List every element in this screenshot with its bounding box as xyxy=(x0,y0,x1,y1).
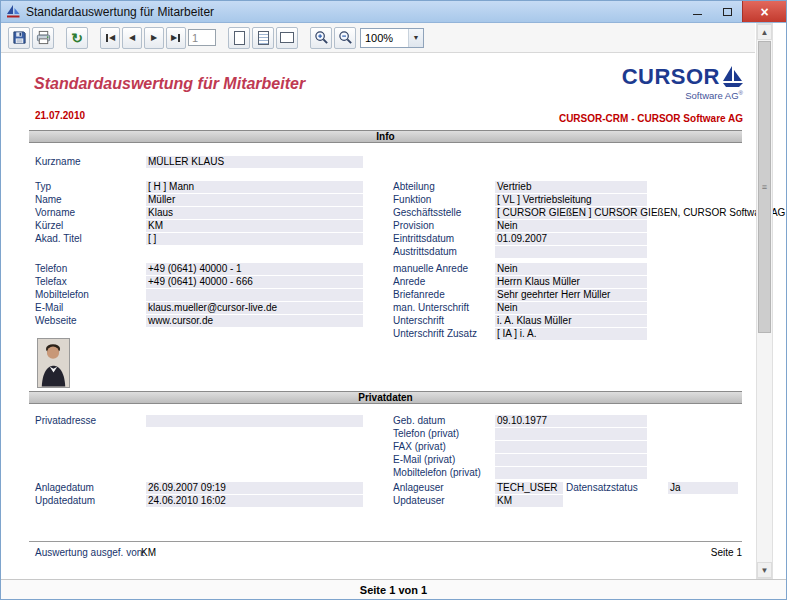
row-kurzname: KurznameMÜLLER KLAUS xyxy=(1,156,755,169)
field-label: Mobiltelefon (privat) xyxy=(393,467,493,479)
scroll-up-button[interactable]: ▲ xyxy=(757,24,772,40)
field-value xyxy=(495,467,647,479)
fit-width-view-button[interactable] xyxy=(276,27,298,49)
field-label: Geb. datum xyxy=(393,415,493,427)
toolbar: ↻ ◀ ◀ ▶ ▶ xyxy=(1,23,755,53)
row-austrittsdatum: Austrittsdatum xyxy=(1,246,755,259)
row-geb-datum: Geb. datum09.10.1977 xyxy=(1,415,755,428)
row-email-privat: E-Mail (privat) xyxy=(1,454,755,467)
arrow-right-icon: ▶ xyxy=(151,34,157,42)
print-button[interactable] xyxy=(32,27,54,49)
field-value: Vertrieb xyxy=(495,181,647,193)
footer-page-number: Seite 1 xyxy=(711,547,742,558)
field-value xyxy=(495,428,647,440)
field-value: 09.10.1977 xyxy=(495,415,647,427)
statusbar: Seite 1 von 1 xyxy=(1,579,786,599)
refresh-button[interactable]: ↻ xyxy=(66,27,88,49)
report-date: 21.07.2010 xyxy=(35,110,85,121)
org-line: CURSOR-CRM - CURSOR Software AG xyxy=(559,113,743,124)
status-page-text: Seite 1 von 1 xyxy=(360,584,427,596)
maximize-icon xyxy=(723,8,732,16)
titlebar: Standardauswertung für Mitarbeiter × xyxy=(1,1,786,23)
fit-page-icon xyxy=(258,31,269,45)
minimize-button[interactable] xyxy=(682,1,712,22)
single-page-view-button[interactable] xyxy=(228,27,250,49)
print-icon xyxy=(36,30,51,45)
previous-page-button[interactable]: ◀ xyxy=(122,27,142,49)
zoom-out-icon xyxy=(338,30,353,45)
field-label: FAX (privat) xyxy=(393,441,493,453)
close-icon: × xyxy=(760,5,768,19)
row-updateuser: UpdateuserKM xyxy=(1,495,755,508)
field-value: Nein xyxy=(495,220,647,232)
field-label: man. Unterschrift xyxy=(393,302,493,314)
row-manuelle-anrede: manuelle AnredeNein xyxy=(1,263,755,276)
field-value: MÜLLER KLAUS xyxy=(146,156,363,168)
save-icon xyxy=(12,30,27,45)
field-label: Funktion xyxy=(393,194,493,206)
refresh-icon: ↻ xyxy=(71,31,83,45)
footer-value: KM xyxy=(141,547,156,558)
field-label: Eintrittsdatum xyxy=(393,233,493,245)
field-label: Briefanrede xyxy=(393,289,493,301)
field-value: Nein xyxy=(495,302,647,314)
zoom-select[interactable]: 100% ▼ xyxy=(360,28,424,48)
zoom-out-button[interactable] xyxy=(334,27,356,49)
footer-divider xyxy=(29,541,742,542)
page-number-input[interactable] xyxy=(188,29,216,46)
scroll-down-button[interactable]: ▼ xyxy=(757,562,772,578)
field-value: Herrn Klaus Müller xyxy=(495,276,647,288)
field-label: Kurzname xyxy=(35,156,145,168)
row-geschaeftsstelle: Geschäftsstelle[ CURSOR GIEßEN ] CURSOR … xyxy=(1,207,755,220)
field-value xyxy=(495,441,647,453)
zoom-in-button[interactable] xyxy=(310,27,332,49)
field-label: Unterschrift Zusatz xyxy=(393,328,493,340)
last-page-button[interactable]: ▶ xyxy=(166,27,186,49)
app-icon xyxy=(6,4,21,19)
next-page-button[interactable]: ▶ xyxy=(144,27,164,49)
cursor-logo-subtext: Software AG® xyxy=(622,90,743,101)
single-page-icon xyxy=(234,31,245,45)
zoom-in-icon xyxy=(314,30,329,45)
chevron-down-icon: ▼ xyxy=(408,29,423,47)
vertical-scrollbar[interactable]: ▲ ≡ ▼ xyxy=(756,23,773,579)
last-page-bar-icon xyxy=(178,34,180,42)
row-briefanrede: BriefanredeSehr geehrter Herr Müller xyxy=(1,289,755,302)
fit-width-icon xyxy=(280,32,294,43)
field-label: E-Mail (privat) xyxy=(393,454,493,466)
fit-page-view-button[interactable] xyxy=(252,27,274,49)
field-value xyxy=(495,246,647,258)
row-fax-privat: FAX (privat) xyxy=(1,441,755,454)
section-header-info: Info xyxy=(29,130,742,143)
sailboat-icon xyxy=(723,66,743,88)
employee-photo xyxy=(37,338,70,388)
footer-label: Auswertung ausgef. von: xyxy=(35,547,145,558)
field-label: Provision xyxy=(393,220,493,232)
close-button[interactable]: × xyxy=(742,1,786,22)
save-button[interactable] xyxy=(8,27,30,49)
field-value: Nein xyxy=(495,263,647,275)
row-unterschrift: Unterschrifti. A. Klaus Müller xyxy=(1,315,755,328)
row-man-unterschrift: man. UnterschriftNein xyxy=(1,302,755,315)
window-controls: × xyxy=(682,1,786,22)
row-datensatzstatus: DatensatzstatusJa xyxy=(1,482,755,495)
field-label: Updateuser xyxy=(393,495,493,507)
report-page: Standardauswertung für Mitarbeiter 21.07… xyxy=(1,53,755,579)
first-page-button[interactable]: ◀ xyxy=(100,27,120,49)
field-value: [ IA ] i. A. xyxy=(495,328,647,340)
section-header-privatdaten: Privatdaten xyxy=(29,391,742,404)
row-anrede: AnredeHerrn Klaus Müller xyxy=(1,276,755,289)
row-provision: ProvisionNein xyxy=(1,220,755,233)
row-mobiltelefon-privat: Mobiltelefon (privat) xyxy=(1,467,755,480)
maximize-button[interactable] xyxy=(712,1,742,22)
minimize-icon xyxy=(693,14,702,15)
window-title: Standardauswertung für Mitarbeiter xyxy=(26,5,214,19)
field-value xyxy=(495,454,647,466)
field-value: KM xyxy=(495,495,563,507)
row-eintrittsdatum: Eintrittsdatum01.09.2007 xyxy=(1,233,755,246)
row-funktion: Funktion[ VL ] Vertriebsleitung xyxy=(1,194,755,207)
field-label: Geschäftsstelle xyxy=(393,207,493,219)
row-telefon-privat: Telefon (privat) xyxy=(1,428,755,441)
field-value: Sehr geehrter Herr Müller xyxy=(495,289,647,301)
scrollbar-thumb[interactable]: ≡ xyxy=(758,41,771,333)
